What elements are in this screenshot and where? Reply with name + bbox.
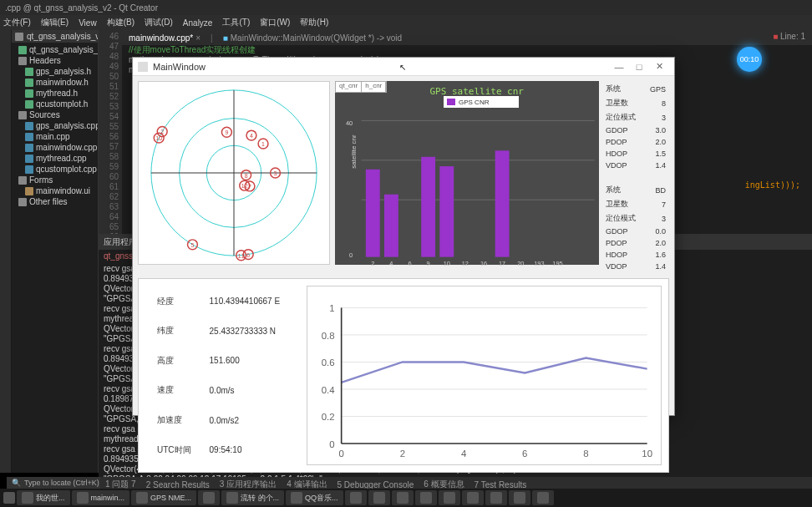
code-fragment: ingList))); [745, 180, 800, 190]
taskbar-item[interactable]: 我的世... [17, 490, 70, 505]
svg-text:11: 11 [238, 253, 245, 259]
tree-folder[interactable]: Sources [12, 109, 98, 120]
taskbar-item[interactable]: mainwin... [72, 490, 130, 505]
table-row: 纬度25.4332733333 N [149, 317, 288, 346]
menu-help[interactable]: 帮助(H) [300, 17, 328, 28]
table-row: VDOP1.4 [604, 261, 667, 271]
table-row: 高度151.600 [149, 347, 288, 375]
menu-build[interactable]: 构建(B) [107, 17, 134, 28]
tree-pro-file[interactable]: qt_gnss_analysis_v2.pro [12, 44, 98, 55]
tree-file[interactable]: qcustomplot.cpp [12, 164, 98, 175]
status-tab[interactable]: 5 Debugger Console [337, 480, 414, 489]
taskbar-item[interactable]: 流转 的个... [221, 490, 284, 505]
svg-text:0.6: 0.6 [322, 357, 335, 368]
svg-text:1: 1 [329, 303, 334, 313]
taskbar-item[interactable] [198, 490, 220, 505]
line-indicator: ■ Line: 1 [773, 32, 805, 41]
table-row: HDOP1.5 [604, 149, 667, 159]
mode-rail[interactable] [0, 30, 12, 473]
tree-file[interactable]: qcustomplot.h [12, 99, 98, 109]
taskbar-item[interactable] [392, 490, 414, 505]
tree-file[interactable]: mythread.h [12, 88, 98, 99]
table-row: VDOP1.4 [604, 160, 667, 170]
window-icon [138, 62, 148, 72]
svg-rect-39 [439, 166, 454, 257]
dialog-titlebar[interactable]: MainWindow — □ ✕ [133, 58, 674, 76]
tab-mainwindow[interactable]: mainwindow.cpp*× [125, 33, 204, 43]
table-row: PDOP2.0 [604, 137, 667, 147]
start-button[interactable] [3, 492, 15, 504]
svg-text:8: 8 [583, 449, 588, 459]
maximize-button[interactable]: □ [629, 62, 649, 72]
tree-file[interactable]: mainwindow.ui [12, 185, 98, 196]
svg-text:6: 6 [408, 260, 411, 267]
tree-folder[interactable]: Forms [12, 175, 98, 185]
taskbar-item[interactable]: GPS NME... [131, 490, 196, 505]
editor-tabs: mainwindow.cpp*× | ■MainWindow::MainWind… [122, 30, 812, 45]
taskbar-item[interactable] [368, 490, 390, 505]
taskbar-item[interactable] [485, 490, 507, 505]
svg-rect-37 [421, 157, 435, 257]
tree-file[interactable]: main.cpp [12, 131, 98, 142]
taskbar-item[interactable] [462, 490, 484, 505]
svg-text:6: 6 [522, 449, 527, 459]
taskbar-item[interactable] [509, 490, 530, 505]
tree-folder[interactable]: Other files [12, 196, 98, 207]
svg-text:6: 6 [246, 252, 250, 258]
table-row: 定位模式3 [604, 111, 667, 124]
record-badge: 00:10 [737, 47, 762, 72]
tree-folder[interactable]: Headers [12, 55, 98, 66]
menu-edit[interactable]: 编辑(E) [41, 17, 69, 28]
project-header: qt_gnss_analysis_v2 [12, 30, 98, 43]
menu-tools[interactable]: 工具(T) [222, 17, 250, 28]
svg-text:5: 5 [191, 242, 195, 248]
taskbar-item[interactable] [439, 490, 460, 505]
line-chart: 00.20.40.60.810246810 [307, 286, 662, 465]
menu-window[interactable]: 窗口(W) [260, 17, 290, 28]
menu-view[interactable]: View [79, 18, 97, 28]
status-tab[interactable]: 7 Test Results [475, 480, 527, 489]
svg-text:1: 1 [261, 141, 265, 147]
cnr-bar-chart: qt_cnr h_cnr GPS satellite cnr GPS CNR s… [335, 81, 599, 265]
status-tab[interactable]: 2 Search Results [146, 480, 210, 489]
menu-analyze[interactable]: Analyze [183, 18, 213, 28]
menu-file[interactable]: 文件(F) [3, 17, 31, 28]
svg-text:2: 2 [400, 449, 405, 459]
svg-text:4: 4 [389, 260, 393, 267]
taskbar-item[interactable] [532, 490, 554, 505]
table-row: 卫星数7 [604, 198, 667, 210]
svg-text:16: 16 [480, 260, 487, 267]
gps-info-table: 系统GPS卫星数8定位模式3GDOP3.0PDOP2.0HDOP1.5VDOP1… [602, 81, 669, 273]
search-icon: 🔍 [12, 479, 21, 487]
tree-file[interactable]: mainwindow.cpp [12, 142, 98, 153]
tree-file[interactable]: mainwindow.h [12, 77, 98, 88]
menu-debug[interactable]: 调试(D) [145, 17, 173, 28]
svg-text:0.4: 0.4 [322, 385, 335, 395]
taskbar-item[interactable] [415, 490, 437, 505]
svg-text:0.8: 0.8 [322, 331, 335, 341]
close-button[interactable]: ✕ [649, 61, 669, 72]
menu-bar: 文件(F) 编辑(E) View 构建(B) 调试(D) Analyze 工具(… [0, 15, 812, 30]
table-row: 经度110.4394410667 E [149, 287, 288, 316]
app-title-bar: .cpp @ qt_gnss_analysis_v2 - Qt Creator [0, 0, 812, 15]
svg-text:0: 0 [329, 439, 334, 449]
svg-text:17: 17 [499, 260, 505, 267]
locator-input[interactable]: 🔍 Type to locate (Ctrl+K) [7, 477, 104, 489]
symbol-locator[interactable]: ■MainWindow::MainWindow(QWidget *) -> vo… [220, 33, 405, 43]
table-row: GDOP0.0 [604, 226, 667, 236]
table-row: 速度0.0m/s [149, 377, 288, 405]
main-window-dialog: MainWindow — □ ✕ 123456789101112 qt_cnr … [132, 57, 675, 416]
minimize-button[interactable]: — [609, 62, 629, 72]
svg-text:10: 10 [444, 260, 450, 267]
svg-text:4: 4 [250, 133, 253, 139]
tree-file[interactable]: gps_analysis.h [12, 66, 98, 77]
svg-text:9: 9 [427, 260, 430, 267]
table-row: HDOP1.6 [604, 250, 667, 260]
svg-text:10: 10 [155, 135, 162, 141]
tree-file[interactable]: gps_analysis.cpp [12, 120, 98, 131]
tree-file[interactable]: mythread.cpp [12, 153, 98, 164]
close-icon[interactable]: × [195, 33, 200, 43]
table-row: 卫星数8 [604, 97, 667, 109]
taskbar-item[interactable]: QQ音乐... [286, 490, 343, 505]
taskbar-item[interactable] [345, 490, 367, 505]
